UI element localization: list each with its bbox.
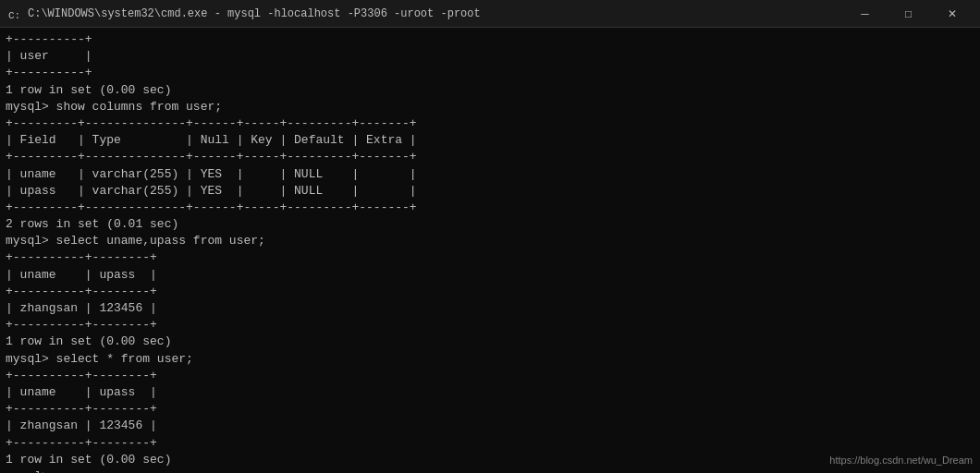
window-controls: ─ □ ✕ [844,0,973,28]
terminal-window: C: C:\WINDOWS\system32\cmd.exe - mysql -… [0,0,980,473]
terminal-line: +----------+--------+ [6,249,974,266]
terminal-line: | zhangsan | 123456 | [6,418,974,434]
terminal-line: +----------+--------+ [6,317,974,334]
terminal-line: | uname | upass | [6,267,974,284]
terminal-line: mysql> _ [6,468,974,473]
close-button[interactable]: ✕ [931,0,973,28]
terminal-line: +----------+ [6,31,974,48]
terminal-line: +----------+--------+ [6,368,974,384]
terminal-line: 1 row in set (0.00 sec) [6,334,974,350]
terminal-line: +----------+--------+ [6,435,974,452]
cmd-icon: C: [7,6,22,21]
terminal-line: | user | [6,48,974,65]
terminal-line: +---------+--------------+------+-----+-… [6,115,974,132]
titlebar: C: C:\WINDOWS\system32\cmd.exe - mysql -… [0,0,980,28]
watermark: https://blog.csdn.net/wu_Dream [829,455,973,466]
terminal-line: mysql> show columns from user; [6,99,974,115]
terminal-line: +----------+ [6,65,974,81]
window-title: C:\WINDOWS\system32\cmd.exe - mysql -hlo… [28,7,844,20]
terminal-line: | uname | varchar(255) | YES | | NULL | … [6,166,974,183]
minimize-button[interactable]: ─ [844,0,886,28]
terminal-line: mysql> select uname,upass from user; [6,233,974,249]
maximize-button[interactable]: □ [888,0,929,28]
terminal-content[interactable]: +----------+| user |+----------+1 row in… [0,28,980,473]
terminal-line: +----------+--------+ [6,401,974,418]
terminal-line: +----------+--------+ [6,284,974,300]
terminal-line: +---------+--------------+------+-----+-… [6,200,974,216]
terminal-line: | upass | varchar(255) | YES | | NULL | … [6,183,974,200]
terminal-line: +---------+--------------+------+-----+-… [6,149,974,165]
terminal-line: mysql> select * from user; [6,351,974,368]
terminal-line: 2 rows in set (0.01 sec) [6,216,974,233]
terminal-line: | uname | upass | [6,384,974,401]
terminal-line: | Field | Type | Null | Key | Default | … [6,132,974,149]
svg-text:C:: C: [8,10,20,21]
terminal-line: 1 row in set (0.00 sec) [6,82,974,99]
terminal-line: | zhangsan | 123456 | [6,300,974,317]
